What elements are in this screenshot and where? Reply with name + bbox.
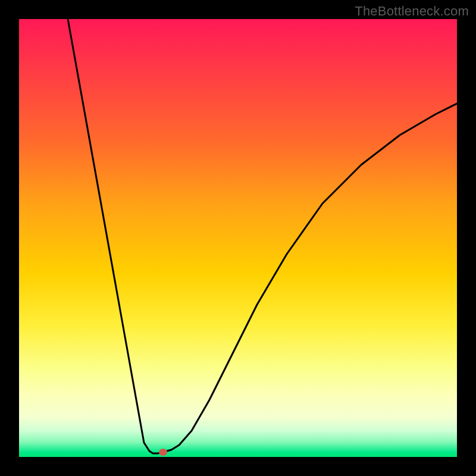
chart-container: TheBottleneck.com bbox=[0, 0, 476, 476]
bottleneck-curve bbox=[68, 19, 457, 453]
optimal-marker bbox=[159, 449, 167, 456]
curve-layer bbox=[19, 19, 457, 457]
watermark-text: TheBottleneck.com bbox=[355, 4, 469, 19]
